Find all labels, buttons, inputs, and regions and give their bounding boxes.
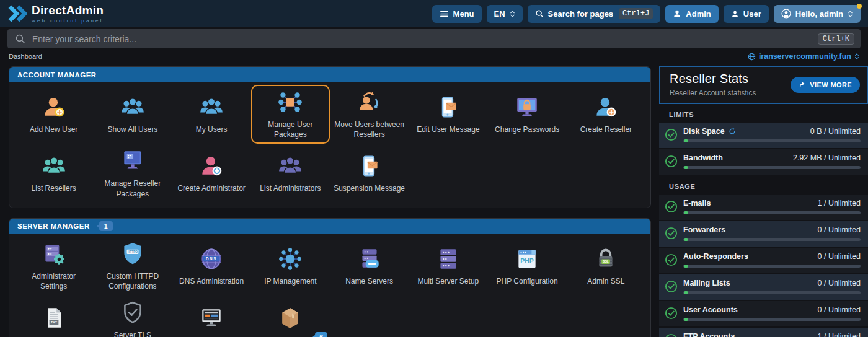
tile-add-new-user[interactable]: Add New User	[14, 85, 93, 144]
tile-dns-administration[interactable]: DNSDNS Administration	[172, 237, 251, 295]
hamburger-icon	[440, 9, 449, 19]
search-icon	[15, 33, 25, 44]
person-circle-icon	[781, 9, 791, 19]
chevron-updown-icon	[510, 10, 515, 18]
users-teal-icon	[41, 153, 67, 179]
tile-label: My Users	[196, 125, 228, 134]
page-search-button[interactable]: Search for pages Ctrl+J	[528, 5, 661, 23]
user-level-button[interactable]: User	[724, 5, 769, 23]
chevron-updown-icon	[848, 10, 853, 18]
tile-my-users[interactable]: My Users	[172, 85, 251, 144]
stat-row-user-accounts: User Accounts0 / Unlimited	[659, 301, 868, 326]
admin-level-label: Admin	[686, 9, 711, 19]
stat-value: 0 / Unlimited	[818, 225, 861, 234]
stat-name: User Accounts	[683, 305, 738, 314]
tile-label: Create Reseller	[580, 125, 632, 134]
hub-blue-icon	[277, 246, 303, 272]
tile-name-servers[interactable]: Name Servers	[330, 237, 409, 295]
tile-manage-reseller-packages[interactable]: Manage Reseller Packages	[93, 144, 172, 203]
stat-value: 0 / Unlimited	[818, 252, 861, 261]
tile-admin-ssl[interactable]: SSLAdmin SSL	[567, 237, 645, 295]
global-search-box[interactable]: Ctrl+K	[7, 29, 861, 48]
users-blue-icon	[120, 94, 146, 120]
directadmin-logo[interactable]: DirectAdmin web control panel	[6, 4, 104, 24]
stat-value: 1 / Unlimited	[818, 199, 861, 208]
section-header-server-manager: SERVER MANAGER1	[9, 219, 650, 234]
check-circle-icon	[665, 155, 678, 168]
stat-value: 0 B / Unlimited	[810, 127, 861, 136]
tile-server-tls-certificate[interactable]: Server TLS Certificate	[93, 295, 172, 337]
stat-row-disk-space: Disk Space0 B / Unlimited	[659, 123, 868, 148]
svg-text:HTTPD: HTTPD	[128, 250, 138, 253]
usage-progress-bar	[683, 238, 861, 241]
check-circle-icon	[665, 128, 678, 141]
menu-button[interactable]: Menu	[432, 5, 482, 23]
tile-system-packages[interactable]: System Packages6	[251, 295, 330, 337]
stat-value: 2.92 MB / Unlimited	[793, 154, 861, 162]
tile-list-resellers[interactable]: List Resellers	[14, 144, 93, 203]
phone-mail-icon	[435, 94, 461, 120]
check-circle-icon	[665, 280, 678, 293]
tile-label: Add New User	[30, 125, 78, 134]
account-menu-button[interactable]: Hello, admin	[774, 5, 861, 23]
breadcrumb[interactable]: Dashboard	[9, 53, 42, 60]
tile-manage-user-packages[interactable]: Manage User Packages	[251, 85, 330, 144]
tile-list-administrators[interactable]: List Administrators	[251, 144, 330, 203]
package-box-icon	[277, 305, 303, 331]
tile-php-configuration[interactable]: PHPPHP Configuration	[488, 237, 567, 295]
tile-suspension-message[interactable]: Suspension Message	[330, 144, 409, 203]
domain-selector[interactable]: iranservercommunity.fun	[748, 52, 859, 61]
tile-create-reseller[interactable]: Create Reseller	[567, 85, 645, 144]
tile-move-users-between-resellers[interactable]: Move Users between Resellers	[330, 85, 409, 144]
tile-label: Manage Reseller Packages	[96, 178, 169, 198]
stat-row-ftp-accounts: FTP Accounts1 / Unlimited	[659, 328, 868, 337]
reseller-stats-header: Reseller Stats Reseller Account statisti…	[659, 66, 868, 104]
tile-change-passwords[interactable]: Change Passwords	[488, 85, 567, 144]
stat-name: FTP Accounts	[683, 332, 735, 337]
tile-grid: Administrator SettingsHTTPDCustom HTTPD …	[9, 234, 650, 337]
servers-tag-icon	[356, 246, 383, 272]
language-value: EN	[494, 9, 505, 19]
tile-edit-user-message[interactable]: Edit User Message	[409, 85, 487, 144]
tile-show-all-users[interactable]: Show All Users	[93, 85, 172, 144]
servers-icon	[435, 246, 461, 272]
section-header-account-manager: ACCOUNT MANAGER	[9, 67, 650, 82]
tile-custombuild[interactable]: CustomBuild	[172, 295, 251, 337]
tile-administrator-settings[interactable]: Administrator Settings	[14, 237, 93, 295]
section-count-badge: 1	[99, 221, 113, 231]
tile-label: Manage User Packages	[254, 120, 327, 139]
tile-multi-server-setup[interactable]: Multi Server Setup	[409, 237, 487, 295]
stat-name: Mailing Lists	[683, 279, 730, 287]
tile-ip-management[interactable]: IP Management	[251, 237, 330, 295]
svg-text:PHP: PHP	[520, 257, 534, 265]
stat-row-bandwidth: Bandwidth2.92 MB / Unlimited	[659, 149, 868, 175]
svg-text:SSL: SSL	[603, 260, 609, 263]
shield-httpd-icon: HTTPD	[120, 241, 146, 267]
chevron-updown-icon	[854, 53, 859, 60]
tile-label: Admin SSL	[587, 276, 624, 286]
language-select[interactable]: EN	[487, 5, 523, 23]
shield-check-icon	[120, 300, 146, 326]
tile-create-administrator[interactable]: Create Administrator	[172, 144, 251, 203]
lock-ssl-icon: SSL	[593, 246, 619, 272]
refresh-icon[interactable]	[728, 128, 736, 135]
sections-column: ACCOUNT MANAGERAdd New UserShow All User…	[9, 66, 651, 337]
view-more-button[interactable]: VIEW MORE	[790, 77, 860, 93]
tile-label: List Resellers	[32, 183, 76, 193]
notification-dot	[857, 4, 862, 9]
search-input[interactable]	[32, 34, 811, 44]
page-search-label: Search for pages	[548, 9, 614, 19]
stat-name: Forwarders	[683, 225, 725, 234]
tile-label: Custom HTTPD Configurations	[96, 271, 169, 291]
tile-label: Create Administrator	[177, 183, 245, 193]
person-icon	[731, 10, 739, 18]
check-circle-icon	[665, 200, 678, 213]
tile-security-txt-report[interactable]: TXTSecurity.txt Report	[14, 295, 93, 337]
breadcrumb-row: Dashboard iranservercommunity.fun	[0, 51, 868, 64]
tile-custom-httpd-configurations[interactable]: HTTPDCustom HTTPD Configurations	[93, 237, 172, 295]
stat-row-e-mails: E-mails1 / Unlimited	[659, 195, 868, 220]
stat-row-forwarders: Forwarders0 / Unlimited	[659, 221, 868, 247]
logo-chevrons-icon	[6, 5, 27, 22]
tile-label: DNS Administration	[179, 276, 244, 286]
admin-level-button[interactable]: Admin	[665, 5, 718, 23]
